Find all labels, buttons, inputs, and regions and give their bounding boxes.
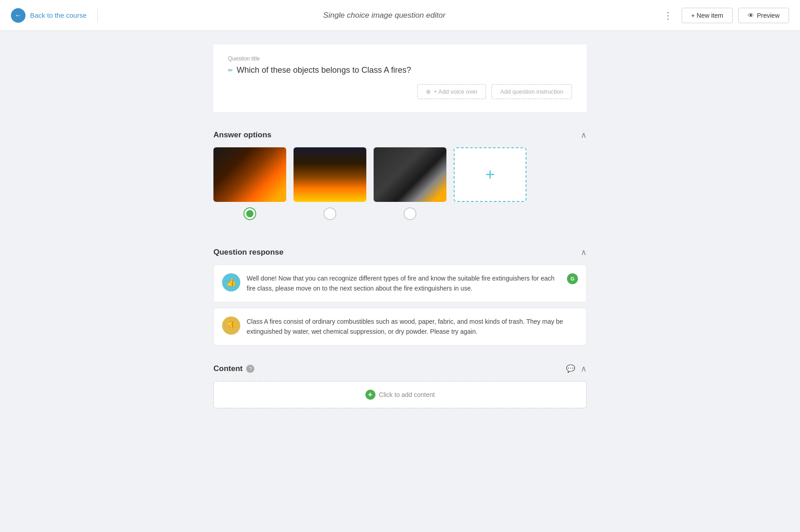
- back-to-course-button[interactable]: ← Back to the course: [11, 8, 98, 23]
- fire-image-3: [374, 147, 446, 202]
- answer-radio-2[interactable]: [324, 207, 336, 220]
- answer-radio-1[interactable]: [243, 207, 256, 220]
- answer-option-2: [294, 147, 366, 220]
- correct-response-icon: 👍: [222, 273, 240, 291]
- preview-label: Preview: [757, 12, 780, 19]
- add-content-plus-icon: +: [365, 390, 375, 400]
- question-title-row: ✏ Which of these objects belongs to Clas…: [228, 65, 572, 75]
- editor-title: Single choice image question editor: [109, 11, 660, 20]
- incorrect-response-text[interactable]: Class A fires consist of ordinary combus…: [247, 316, 578, 337]
- thumbs-up-icon: 👍: [226, 277, 236, 287]
- fire-image-2: [294, 147, 366, 202]
- plus-icon: ⊕: [426, 88, 431, 95]
- content-section: Content ? 💬 ∧ + Click to add content: [213, 355, 587, 408]
- answer-image-2[interactable]: [294, 147, 366, 202]
- answer-options-header: Answer options ∧: [213, 121, 587, 147]
- question-title-section: Question title ✏ Which of these objects …: [213, 45, 587, 112]
- add-content-button[interactable]: + Click to add content: [213, 381, 587, 408]
- radio-selected-indicator: [246, 210, 253, 217]
- back-arrow-icon: ←: [11, 8, 25, 23]
- content-header: Content ? 💬 ∧: [213, 355, 587, 381]
- question-title-label: Question title: [228, 55, 572, 62]
- add-voice-over-label: + Add voice over: [434, 88, 477, 95]
- question-response-collapse-button[interactable]: ∧: [581, 247, 587, 257]
- question-title-text: Which of these objects belongs to Class …: [237, 65, 411, 75]
- answer-option-3: [374, 147, 446, 220]
- add-option-container: +: [454, 147, 527, 202]
- thumbs-down-icon: 👎: [226, 321, 236, 331]
- add-voice-over-button[interactable]: ⊕ + Add voice over: [417, 84, 486, 99]
- back-label: Back to the course: [30, 11, 86, 19]
- header: ← Back to the course Single choice image…: [0, 0, 800, 31]
- eye-icon: 👁: [748, 12, 754, 19]
- add-content-label: Click to add content: [379, 391, 435, 398]
- new-item-button[interactable]: + New item: [682, 8, 733, 23]
- incorrect-response-icon: 👎: [222, 316, 240, 335]
- add-option-button[interactable]: +: [454, 147, 527, 202]
- answer-options-section: Answer options ∧: [213, 121, 587, 229]
- page-wrapper: Question title ✏ Which of these objects …: [0, 31, 800, 532]
- more-options-button[interactable]: ⋮: [660, 8, 676, 23]
- content-title: Content: [213, 364, 243, 373]
- correct-response-card: 👍 Well done! Now that you can recognize …: [213, 265, 587, 302]
- add-instruction-label: Add question instruction: [500, 88, 563, 95]
- answer-image-3[interactable]: [374, 147, 446, 202]
- content-wrapper: Question title ✏ Which of these objects …: [204, 31, 596, 436]
- content-help-icon[interactable]: ?: [246, 365, 254, 373]
- add-instruction-button[interactable]: Add question instruction: [491, 84, 572, 99]
- question-actions: ⊕ + Add voice over Add question instruct…: [228, 84, 572, 103]
- fire-image-1: [213, 147, 286, 202]
- answer-options-collapse-button[interactable]: ∧: [581, 130, 587, 140]
- content-comment-icon: 💬: [566, 364, 575, 373]
- content-collapse-button[interactable]: ∧: [581, 364, 587, 374]
- question-response-title: Question response: [213, 248, 284, 257]
- header-actions: ⋮ + New item 👁 Preview: [660, 8, 789, 23]
- answer-radio-3[interactable]: [404, 207, 416, 220]
- incorrect-response-card: 👎 Class A fires consist of ordinary comb…: [213, 308, 587, 346]
- question-response-header: Question response ∧: [213, 238, 587, 265]
- question-response-section: Question response ∧ 👍 Well done! Now tha…: [213, 238, 587, 346]
- new-item-label: + New item: [691, 12, 723, 19]
- answer-options-title: Answer options: [213, 130, 272, 140]
- answer-options-grid: +: [213, 147, 587, 229]
- add-option-plus-icon: +: [485, 165, 495, 184]
- correct-response-text[interactable]: Well done! Now that you can recognize di…: [247, 273, 561, 294]
- edit-pencil-icon[interactable]: ✏: [228, 67, 233, 74]
- answer-option-1: [213, 147, 286, 220]
- answer-image-1[interactable]: [213, 147, 286, 202]
- grammarly-icon: G: [567, 273, 578, 284]
- preview-button[interactable]: 👁 Preview: [738, 8, 789, 23]
